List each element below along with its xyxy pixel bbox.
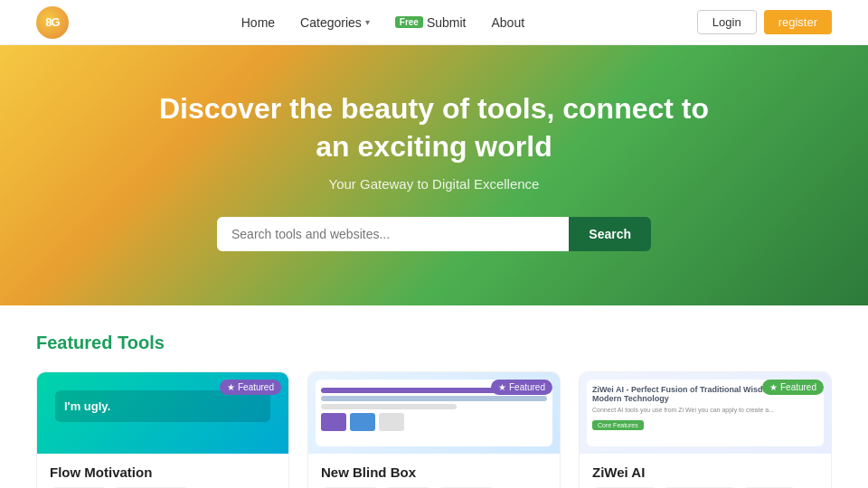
hero-section: Discover the beauty of tools, connect to…: [0, 45, 868, 305]
nav-actions: Login register: [697, 10, 832, 34]
card-ziwei-ai: ZiWei AI - Perfect Fusion of Traditional…: [579, 371, 832, 488]
card-body: New Blind Box Design&Art Blind box Trend…: [308, 454, 560, 488]
site-logo[interactable]: 8G: [36, 6, 69, 39]
featured-section-title: Featured Tools: [36, 333, 832, 353]
search-bar: Search: [217, 217, 651, 251]
card-title: Flow Motivation: [50, 465, 276, 480]
free-badge: Free: [395, 16, 423, 28]
nav-categories[interactable]: Categories ▾: [300, 15, 370, 30]
nav-about[interactable]: About: [492, 15, 525, 30]
card-new-blind-box: ★ Featured New Blind Box Design&Art Blin…: [307, 371, 561, 488]
card-body: ZiWei AI Life Assistant Zi Wei Dou Shu A…: [580, 454, 831, 488]
card-thumbnail: I'm ugly. ★ Featured: [37, 372, 288, 454]
nav-links: Home Categories ▾ Free Submit About: [241, 15, 524, 30]
card-thumbnail: ★ Featured: [308, 372, 560, 454]
featured-badge: ★ Featured: [762, 380, 824, 395]
hero-title: Discover the beauty of tools, connect to…: [154, 90, 714, 165]
card-thumbnail: ZiWei AI - Perfect Fusion of Traditional…: [580, 372, 831, 454]
hero-subtitle: Your Gateway to Digital Excellence: [18, 176, 850, 192]
navbar: 8G Home Categories ▾ Free Submit About L…: [0, 0, 868, 45]
card-flow-motivation: I'm ugly. ★ Featured Flow Motivation Des…: [36, 371, 289, 488]
card-title: New Blind Box: [321, 465, 547, 480]
login-button[interactable]: Login: [697, 10, 757, 34]
featured-badge: ★ Featured: [220, 380, 281, 395]
register-button[interactable]: register: [764, 10, 832, 34]
cards-grid: I'm ugly. ★ Featured Flow Motivation Des…: [36, 371, 832, 488]
nav-submit[interactable]: Free Submit: [395, 15, 467, 30]
thumb-text: I'm ugly.: [55, 390, 270, 422]
search-button[interactable]: Search: [569, 217, 651, 251]
main-content: Featured Tools I'm ugly. ★ Featured Flow…: [0, 305, 868, 488]
card-title: ZiWei AI: [592, 465, 818, 480]
featured-badge: ★ Featured: [491, 380, 552, 395]
nav-home[interactable]: Home: [241, 15, 275, 30]
chevron-down-icon: ▾: [365, 17, 370, 27]
search-input[interactable]: [217, 217, 569, 251]
card-body: Flow Motivation Design&Art Image generat…: [37, 454, 288, 488]
